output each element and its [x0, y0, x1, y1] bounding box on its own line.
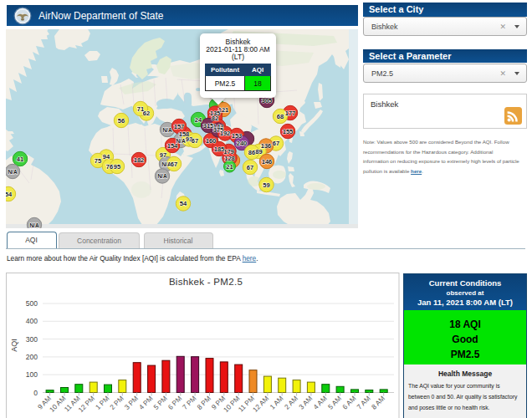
svg-text:315: 315	[203, 122, 214, 130]
svg-text:76: 76	[106, 163, 113, 171]
svg-text:N/A: N/A	[8, 169, 18, 175]
svg-text:128: 128	[224, 155, 235, 162]
svg-text:68: 68	[277, 113, 284, 120]
svg-text:21: 21	[226, 163, 233, 171]
svg-text:59: 59	[263, 181, 269, 189]
svg-text:N/A: N/A	[29, 222, 39, 228]
svg-text:400: 400	[26, 317, 38, 325]
svg-text:153: 153	[232, 132, 243, 140]
svg-text:Bishkek - PM2.5: Bishkek - PM2.5	[169, 277, 243, 287]
svg-text:157: 157	[174, 123, 185, 130]
svg-text:67: 67	[247, 164, 253, 171]
svg-text:71: 71	[137, 105, 144, 113]
svg-text:182: 182	[134, 156, 145, 164]
svg-text:N/A: N/A	[162, 127, 172, 133]
svg-text:200: 200	[26, 353, 38, 361]
svg-text:N/A: N/A	[157, 173, 167, 179]
svg-text:41: 41	[17, 155, 23, 163]
svg-text:54: 54	[180, 200, 187, 207]
svg-text:0: 0	[33, 389, 38, 397]
svg-text:67: 67	[273, 140, 279, 147]
svg-text:192: 192	[220, 130, 231, 137]
svg-text:240: 240	[237, 140, 248, 147]
svg-text:160: 160	[206, 137, 217, 145]
svg-text:67: 67	[171, 161, 177, 168]
svg-text:97: 97	[160, 151, 166, 159]
svg-text:54: 54	[6, 191, 13, 198]
svg-text:155: 155	[283, 128, 294, 135]
svg-text:56: 56	[118, 117, 125, 125]
svg-text:AQI: AQI	[10, 339, 18, 352]
svg-text:95: 95	[114, 163, 120, 171]
svg-text:177: 177	[285, 110, 296, 117]
svg-text:154: 154	[167, 142, 178, 150]
svg-text:100: 100	[26, 370, 38, 379]
svg-text:94: 94	[103, 153, 110, 161]
svg-text:146: 146	[262, 158, 273, 166]
svg-text:75: 75	[95, 157, 101, 165]
svg-text:300: 300	[26, 335, 38, 344]
svg-text:185: 185	[214, 145, 225, 153]
svg-text:24: 24	[195, 116, 202, 124]
svg-text:86: 86	[248, 149, 255, 156]
svg-text:89: 89	[255, 148, 262, 155]
svg-text:500: 500	[26, 299, 38, 308]
svg-text:305: 305	[262, 97, 273, 104]
svg-text:67: 67	[192, 137, 198, 145]
